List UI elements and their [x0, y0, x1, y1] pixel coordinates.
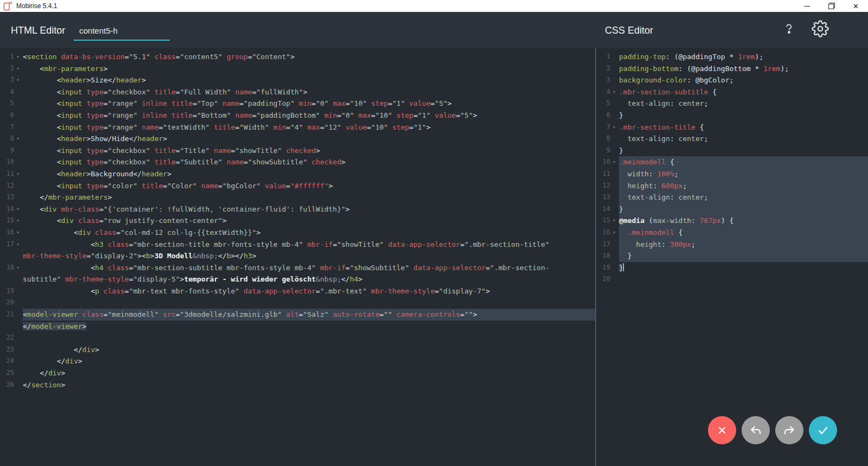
code-token: ".mbr-section-title" — [464, 240, 550, 248]
code-line[interactable]: 12 height: 600px; — [596, 180, 868, 192]
code-line[interactable]: 19} — [596, 262, 868, 274]
line-number: 10 — [0, 156, 14, 168]
code-line[interactable]: 6} — [596, 110, 868, 122]
code-line[interactable]: </model-viewer> — [0, 321, 595, 333]
fold-arrow-icon[interactable]: ▾ — [14, 51, 22, 63]
code-token: } — [619, 205, 623, 213]
code-line[interactable]: 8 text-align: center; — [596, 133, 868, 145]
minimize-button[interactable] — [795, 0, 819, 12]
code-token: value — [346, 123, 367, 131]
code-text: <div mbr-class="{'container': !fullWidth… — [23, 203, 595, 215]
html-code-editor[interactable]: 1▾<section data-bs-version="5.1" class="… — [0, 48, 595, 466]
settings-gear-icon[interactable] — [812, 20, 829, 40]
code-line[interactable]: 9 <input type="checkbox" title="Title" n… — [0, 145, 595, 157]
fold-arrow-icon[interactable]: ▾ — [14, 215, 22, 227]
css-code-editor[interactable]: 1padding-top: (@paddingTop * 1rem);2padd… — [596, 48, 868, 466]
redo-button[interactable] — [775, 416, 803, 444]
code-line[interactable]: 18 } — [596, 250, 868, 262]
code-line[interactable]: 16▾ <div class="col-md-12 col-lg-{{textW… — [0, 227, 595, 239]
fold-arrow-icon[interactable]: ▾ — [610, 86, 618, 98]
code-token: type — [86, 88, 103, 96]
code-line[interactable]: 10 <input type="checkbox" title="Subtitl… — [0, 156, 595, 168]
fold-arrow-icon[interactable]: ▾ — [14, 63, 22, 75]
code-token: </ — [23, 322, 31, 330]
code-line[interactable]: 7▾.mbr-section-title { — [596, 122, 868, 133]
code-line[interactable]: 19 <p class="mbr-text mbr-fonts-style" d… — [0, 285, 595, 297]
fold-arrow-icon[interactable]: ▾ — [14, 133, 22, 145]
fold-arrow-icon[interactable]: ▾ — [14, 203, 22, 215]
check-icon — [816, 423, 830, 437]
fold-spacer — [14, 355, 22, 367]
code-line[interactable]: 4▾.mbr-section-subtitle { — [596, 86, 868, 98]
code-line[interactable]: 2▾ <mbr-parameters> — [0, 63, 595, 75]
code-line[interactable]: 12 <input type="color" title="Color" nam… — [0, 180, 595, 192]
fold-arrow-icon[interactable]: ▾ — [610, 122, 618, 133]
text-cursor — [623, 263, 624, 271]
tab-content5-h[interactable]: content5-h — [74, 26, 170, 41]
code-line[interactable]: 13 </mbr-parameters> — [0, 191, 595, 203]
code-token: < — [91, 240, 95, 248]
code-line[interactable]: 5 <input type="range" inline title="Top"… — [0, 98, 595, 110]
code-line[interactable]: 6 <input type="range" inline title="Bott… — [0, 110, 595, 122]
code-line[interactable]: 4 <input type="checkbox" title="Full Wid… — [0, 86, 595, 98]
code-line[interactable]: 3background-color: @bgColor; — [596, 74, 868, 86]
code-text: text-align: center; — [619, 191, 868, 203]
code-line[interactable]: 15▾ <div class="row justify-content-cent… — [0, 215, 595, 227]
code-token: = — [486, 264, 490, 272]
line-number: 21 — [0, 309, 14, 321]
apply-button[interactable] — [809, 416, 837, 444]
code-line[interactable]: 2padding-bottom: (@paddingBottom * 1rem)… — [596, 63, 868, 75]
code-line[interactable]: 11 width: 100%; — [596, 168, 868, 180]
fold-arrow-icon[interactable]: ▾ — [14, 74, 22, 86]
code-text: } — [619, 250, 868, 262]
code-line[interactable]: 21 <model-viewer class="meinmodell" src=… — [0, 309, 595, 321]
code-line[interactable]: 13 text-align: center; — [596, 191, 868, 203]
discard-button[interactable] — [708, 416, 736, 444]
code-line[interactable]: subtitle" mbr-theme-style="display-5">te… — [0, 273, 595, 285]
code-line[interactable]: 11▾ <header>Background</header> — [0, 168, 595, 180]
code-line[interactable]: 26</section> — [0, 379, 595, 391]
fold-arrow-icon[interactable]: ▾ — [14, 227, 22, 239]
code-line[interactable]: 20 — [0, 297, 595, 309]
code-token: "5" — [460, 111, 473, 119]
fold-arrow-icon[interactable]: ▾ — [610, 227, 618, 239]
code-line[interactable]: 20 — [596, 273, 868, 285]
code-token: = — [193, 111, 197, 119]
code-line[interactable]: 8▾ <header>Show/Hide</header> — [0, 133, 595, 145]
code-line[interactable]: 1padding-top: (@paddingTop * 1rem); — [596, 51, 868, 63]
restore-button[interactable] — [819, 0, 844, 12]
fold-arrow-icon[interactable]: ▾ — [610, 215, 618, 227]
code-token: 767px — [700, 216, 721, 225]
code-line[interactable]: 14} — [596, 203, 868, 215]
code-line[interactable]: 3▾ <header>Size</header> — [0, 74, 595, 86]
code-line[interactable]: 16▾ .meinmodell { — [596, 227, 868, 239]
code-token: ); — [755, 53, 763, 61]
close-window-button[interactable]: ✕ — [844, 0, 868, 12]
code-line[interactable]: 22 — [0, 332, 595, 344]
code-line[interactable]: 23 </div> — [0, 344, 595, 356]
fold-arrow-icon[interactable]: ▾ — [14, 239, 22, 251]
code-line[interactable]: 10▾.meinmodell { — [596, 156, 868, 168]
line-number: 17 — [596, 239, 610, 251]
fold-arrow-icon[interactable]: ▾ — [14, 168, 22, 180]
code-token — [409, 264, 413, 272]
code-line[interactable]: 24 </div> — [0, 355, 595, 367]
code-line[interactable]: 7 <input type="range" name="textWidth" t… — [0, 122, 595, 133]
code-line[interactable]: 15▾@media (max-width: 767px) { — [596, 215, 868, 227]
fold-arrow-icon[interactable]: ▾ — [610, 156, 618, 168]
code-line[interactable]: 5 text-align: center; — [596, 98, 868, 110]
code-line[interactable]: 14▾ <div mbr-class="{'container': !fullW… — [0, 203, 595, 215]
code-line[interactable]: 25 </div> — [0, 367, 595, 379]
code-token: ; — [691, 240, 695, 248]
help-icon[interactable] — [781, 21, 796, 39]
code-line[interactable]: 1▾<section data-bs-version="5.1" class="… — [0, 51, 595, 63]
code-line[interactable]: mbr-theme-style="display-2"><b>3D Modell… — [0, 250, 595, 262]
gutter: 15▾ — [596, 215, 618, 227]
code-token: = — [346, 99, 350, 107]
code-line[interactable]: 17 height: 300px; — [596, 239, 868, 251]
undo-button[interactable] — [742, 416, 770, 444]
code-line[interactable]: 18▾ <h4 class="mbr-section-subtitle mbr-… — [0, 262, 595, 274]
fold-arrow-icon[interactable]: ▾ — [14, 262, 22, 274]
code-line[interactable]: 17▾ <h3 class="mbr-section-title mbr-fon… — [0, 239, 595, 251]
code-line[interactable]: 9} — [596, 145, 868, 157]
